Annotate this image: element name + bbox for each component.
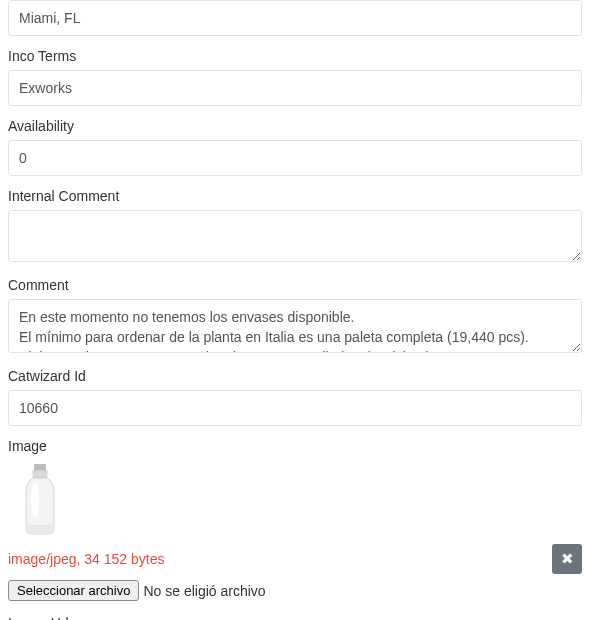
image-delete-button[interactable]: ✖: [552, 544, 582, 574]
svg-rect-1: [33, 470, 47, 478]
catwizard-id-label: Catwizard Id: [8, 368, 582, 384]
comment-textarea[interactable]: [8, 299, 582, 353]
image-url-label: Image Url: [8, 615, 582, 620]
internal-comment-textarea[interactable]: [8, 210, 582, 262]
image-meta: image/jpeg, 34 152 bytes: [8, 551, 164, 567]
image-label: Image: [8, 438, 582, 454]
availability-input[interactable]: [8, 140, 582, 176]
availability-label: Availability: [8, 118, 582, 134]
file-select-button[interactable]: Seleccionar archivo: [8, 580, 139, 601]
file-status-text: No se eligió archivo: [143, 583, 265, 599]
svg-point-2: [31, 482, 39, 518]
location-input[interactable]: [8, 0, 582, 36]
close-icon: ✖: [561, 550, 574, 568]
inco-terms-label: Inco Terms: [8, 48, 582, 64]
internal-comment-label: Internal Comment: [8, 188, 582, 204]
svg-rect-0: [34, 464, 46, 470]
comment-label: Comment: [8, 277, 582, 293]
image-thumbnail: [8, 460, 72, 540]
catwizard-id-input[interactable]: [8, 390, 582, 426]
inco-terms-input[interactable]: [8, 70, 582, 106]
